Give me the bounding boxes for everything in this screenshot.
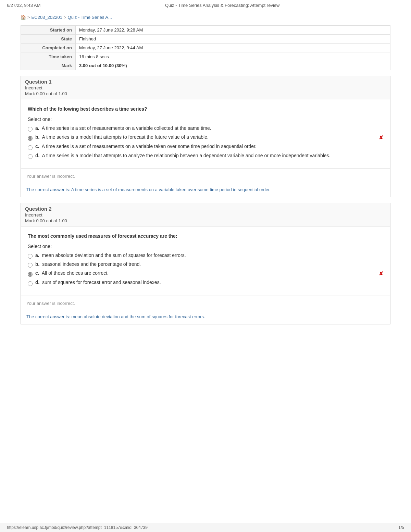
- wrong-icon-q2: ✘: [379, 270, 383, 277]
- question1-feedback-incorrect: Your answer is incorrect.: [26, 174, 385, 179]
- question1-option-d-text: d. A time series is a model that attempt…: [35, 153, 383, 158]
- question1-text: Which of the following best describes a …: [28, 106, 383, 112]
- question2-label-text: Question: [25, 206, 49, 212]
- question1-radio-a: [28, 126, 33, 132]
- question2-correct-answer: The correct answer is: mean absolute dev…: [26, 314, 385, 319]
- question1-label-text: Question: [25, 79, 49, 85]
- top-bar-date: 6/27/22, 9:43 AM: [7, 3, 40, 8]
- wrong-icon-q1: ✘: [379, 134, 383, 141]
- question2-option-d-text: d. sum of squares for forecast error and…: [35, 280, 383, 285]
- question2-radio-a: [28, 253, 33, 259]
- breadcrumb-sep2: >: [64, 15, 66, 20]
- question2-select-one: Select one:: [28, 244, 383, 249]
- question2-radio-c: [28, 271, 33, 276]
- question1-select-one: Select one:: [28, 116, 383, 122]
- question2-content: The most commonly used measures of forec…: [21, 226, 390, 296]
- question2-header: Question 2 Incorrect Mark 0.00 out of 1.…: [21, 203, 390, 226]
- question2-status: Incorrect: [25, 212, 386, 218]
- question1-option-a[interactable]: a. A time series is a set of measurement…: [28, 125, 383, 132]
- completed-on-label: Completed on: [21, 44, 76, 52]
- question2-radio-b: [28, 262, 33, 268]
- bottom-bar: https://elearn.usp.ac.fj/mod/quiz/review…: [0, 523, 411, 532]
- time-taken-value: 16 mins 8 secs: [76, 52, 390, 61]
- quiz-info-table: Started on Monday, 27 June 2022, 9:28 AM…: [21, 25, 390, 70]
- question1-status: Incorrect: [25, 85, 386, 90]
- completed-on-value: Monday, 27 June 2022, 9:44 AM: [76, 44, 390, 52]
- question2-feedback: Your answer is incorrect. The correct an…: [21, 296, 390, 324]
- mark-value: 3.00 out of 10.00 (30%): [76, 61, 390, 70]
- home-icon[interactable]: 🏠: [21, 15, 26, 20]
- bottom-url: https://elearn.usp.ac.fj/mod/quiz/review…: [7, 525, 148, 530]
- breadcrumb-course[interactable]: EC203_202201: [32, 15, 62, 20]
- quiz-info-row-completed: Completed on Monday, 27 June 2022, 9:44 …: [21, 44, 390, 52]
- quiz-info-row-time: Time taken 16 mins 8 secs: [21, 52, 390, 61]
- question1-header: Question 1 Incorrect Mark 0.00 out of 1.…: [21, 76, 390, 99]
- state-value: Finished: [76, 35, 390, 44]
- question1-number: 1: [49, 79, 51, 85]
- question2-option-a[interactable]: a. mean absolute deviation and the sum o…: [28, 252, 383, 259]
- question1-option-d[interactable]: d. A time series is a model that attempt…: [28, 153, 383, 159]
- question2-option-a-text: a. mean absolute deviation and the sum o…: [35, 252, 383, 258]
- question1-content: Which of the following best describes a …: [21, 99, 390, 169]
- question2-label: Question 2: [25, 206, 386, 212]
- question1-option-c[interactable]: c. A time series is a set of measurement…: [28, 144, 383, 150]
- question2-option-c[interactable]: c. All of these choices are correct. ✘: [28, 270, 383, 277]
- started-on-value: Monday, 27 June 2022, 9:28 AM: [76, 26, 390, 35]
- started-on-label: Started on: [21, 26, 76, 35]
- question1-option-a-text: a. A time series is a set of measurement…: [35, 125, 383, 131]
- question1-option-b[interactable]: b. A time series is a model that attempt…: [28, 134, 383, 141]
- top-bar: 6/27/22, 9:43 AM Quiz - Time Series Anal…: [0, 0, 411, 11]
- question1-radio-d: [28, 153, 33, 159]
- time-taken-label: Time taken: [21, 52, 76, 61]
- quiz-info-row-started: Started on Monday, 27 June 2022, 9:28 AM: [21, 26, 390, 35]
- question2-option-d[interactable]: d. sum of squares for forecast error and…: [28, 280, 383, 286]
- breadcrumb-sep1: >: [27, 15, 30, 20]
- question1-option-b-text: b. A time series is a model that attempt…: [35, 134, 375, 140]
- question2-text: The most commonly used measures of forec…: [28, 233, 383, 239]
- question2-feedback-incorrect: Your answer is incorrect.: [26, 301, 385, 306]
- question1-radio-c: [28, 144, 33, 150]
- question1-option-c-text: c. A time series is a set of measurement…: [35, 144, 383, 149]
- question2-number: 2: [49, 206, 51, 212]
- state-label: State: [21, 35, 76, 44]
- question2-radio-d: [28, 280, 33, 286]
- question1-mark: Mark 0.00 out of 1.00: [25, 91, 386, 96]
- question1-correct-answer: The correct answer is: A time series is …: [26, 187, 385, 192]
- question1-radio-b: [28, 135, 33, 140]
- question1-feedback: Your answer is incorrect. The correct an…: [21, 169, 390, 197]
- question2-option-c-text: c. All of these choices are correct.: [35, 270, 375, 276]
- top-bar-title: Quiz - Time Series Analysis & Forecastin…: [165, 3, 280, 8]
- question1-label: Question 1: [25, 79, 386, 85]
- breadcrumb-quiz[interactable]: Quiz - Time Series A...: [68, 15, 112, 20]
- mark-label: Mark: [21, 61, 76, 70]
- quiz-info-row-state: State Finished: [21, 35, 390, 44]
- breadcrumb: 🏠 > EC203_202201 > Quiz - Time Series A.…: [0, 11, 411, 23]
- question2-mark: Mark 0.00 out of 1.00: [25, 218, 386, 223]
- bottom-page: 1/5: [398, 525, 404, 530]
- quiz-info-row-mark: Mark 3.00 out of 10.00 (30%): [21, 61, 390, 70]
- question2-option-b-text: b. seasonal indexes and the percentage o…: [35, 261, 383, 267]
- question2-option-b[interactable]: b. seasonal indexes and the percentage o…: [28, 261, 383, 268]
